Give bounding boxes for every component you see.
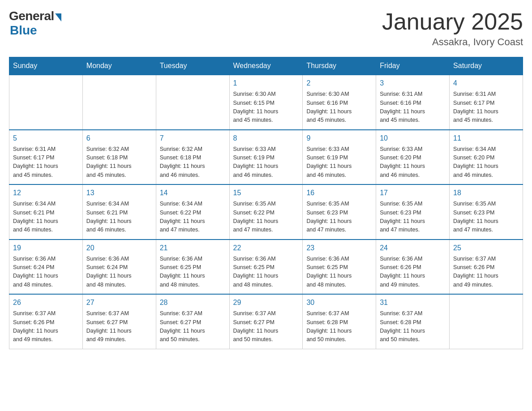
calendar-header-monday: Monday bbox=[82, 57, 156, 75]
calendar-week-row-4: 19Sunrise: 6:36 AMSunset: 6:24 PMDayligh… bbox=[9, 240, 523, 295]
day-number: 4 bbox=[453, 78, 519, 89]
day-number: 21 bbox=[160, 243, 226, 253]
calendar-cell bbox=[82, 75, 156, 130]
day-number: 30 bbox=[306, 297, 372, 308]
day-number: 26 bbox=[13, 297, 79, 308]
day-info: Sunrise: 6:37 AMSunset: 6:26 PMDaylight:… bbox=[13, 309, 79, 344]
day-number: 3 bbox=[380, 78, 446, 89]
calendar-header-thursday: Thursday bbox=[303, 57, 376, 75]
calendar-cell: 30Sunrise: 6:37 AMSunset: 6:28 PMDayligh… bbox=[303, 294, 376, 349]
day-info: Sunrise: 6:37 AMSunset: 6:28 PMDaylight:… bbox=[380, 309, 446, 344]
day-number: 13 bbox=[86, 188, 152, 198]
calendar-cell: 7Sunrise: 6:32 AMSunset: 6:18 PMDaylight… bbox=[156, 130, 229, 185]
day-number: 8 bbox=[233, 133, 299, 144]
calendar-cell: 16Sunrise: 6:35 AMSunset: 6:23 PMDayligh… bbox=[303, 184, 376, 240]
day-number: 29 bbox=[233, 297, 299, 308]
month-title: January 2025 bbox=[382, 9, 523, 34]
page-header: General Blue January 2025 Assakra, Ivory… bbox=[9, 9, 523, 48]
calendar-cell bbox=[9, 75, 83, 130]
day-info: Sunrise: 6:30 AMSunset: 6:16 PMDaylight:… bbox=[306, 90, 372, 125]
calendar-header-tuesday: Tuesday bbox=[156, 57, 229, 75]
calendar-week-row-3: 12Sunrise: 6:34 AMSunset: 6:21 PMDayligh… bbox=[9, 184, 523, 240]
day-info: Sunrise: 6:34 AMSunset: 6:20 PMDaylight:… bbox=[453, 145, 519, 180]
day-info: Sunrise: 6:34 AMSunset: 6:21 PMDaylight:… bbox=[86, 200, 152, 235]
day-number: 10 bbox=[380, 133, 446, 144]
day-info: Sunrise: 6:33 AMSunset: 6:19 PMDaylight:… bbox=[233, 145, 299, 180]
day-number: 24 bbox=[380, 243, 446, 253]
calendar-cell bbox=[156, 75, 229, 130]
day-number: 19 bbox=[13, 243, 79, 253]
calendar-cell: 5Sunrise: 6:31 AMSunset: 6:17 PMDaylight… bbox=[9, 130, 83, 185]
day-info: Sunrise: 6:34 AMSunset: 6:21 PMDaylight:… bbox=[13, 200, 79, 235]
calendar-cell: 3Sunrise: 6:31 AMSunset: 6:16 PMDaylight… bbox=[376, 75, 450, 130]
calendar-cell: 1Sunrise: 6:30 AMSunset: 6:15 PMDaylight… bbox=[229, 75, 303, 130]
day-info: Sunrise: 6:36 AMSunset: 6:24 PMDaylight:… bbox=[86, 255, 152, 290]
calendar-cell: 25Sunrise: 6:37 AMSunset: 6:26 PMDayligh… bbox=[450, 240, 523, 295]
day-info: Sunrise: 6:32 AMSunset: 6:18 PMDaylight:… bbox=[86, 145, 152, 180]
calendar-cell: 9Sunrise: 6:33 AMSunset: 6:19 PMDaylight… bbox=[303, 130, 376, 185]
day-info: Sunrise: 6:36 AMSunset: 6:25 PMDaylight:… bbox=[233, 255, 299, 290]
day-info: Sunrise: 6:37 AMSunset: 6:27 PMDaylight:… bbox=[233, 309, 299, 344]
day-info: Sunrise: 6:37 AMSunset: 6:26 PMDaylight:… bbox=[453, 255, 519, 290]
day-info: Sunrise: 6:36 AMSunset: 6:25 PMDaylight:… bbox=[306, 255, 372, 290]
calendar-cell: 12Sunrise: 6:34 AMSunset: 6:21 PMDayligh… bbox=[9, 184, 83, 240]
calendar-cell: 19Sunrise: 6:36 AMSunset: 6:24 PMDayligh… bbox=[9, 240, 83, 295]
calendar-cell: 23Sunrise: 6:36 AMSunset: 6:25 PMDayligh… bbox=[303, 240, 376, 295]
calendar-cell: 2Sunrise: 6:30 AMSunset: 6:16 PMDaylight… bbox=[303, 75, 376, 130]
calendar-cell: 18Sunrise: 6:35 AMSunset: 6:23 PMDayligh… bbox=[450, 184, 523, 240]
calendar-cell: 27Sunrise: 6:37 AMSunset: 6:27 PMDayligh… bbox=[82, 294, 156, 349]
calendar-header-row: SundayMondayTuesdayWednesdayThursdayFrid… bbox=[9, 57, 523, 75]
calendar-cell: 11Sunrise: 6:34 AMSunset: 6:20 PMDayligh… bbox=[450, 130, 523, 185]
day-info: Sunrise: 6:36 AMSunset: 6:25 PMDaylight:… bbox=[160, 255, 226, 290]
calendar-cell: 8Sunrise: 6:33 AMSunset: 6:19 PMDaylight… bbox=[229, 130, 303, 185]
day-number: 20 bbox=[86, 243, 152, 253]
day-number: 9 bbox=[306, 133, 372, 144]
calendar-cell: 26Sunrise: 6:37 AMSunset: 6:26 PMDayligh… bbox=[9, 294, 83, 349]
day-number: 1 bbox=[233, 78, 299, 89]
calendar-cell: 24Sunrise: 6:36 AMSunset: 6:26 PMDayligh… bbox=[376, 240, 450, 295]
day-number: 7 bbox=[160, 133, 226, 144]
day-number: 31 bbox=[380, 297, 446, 308]
calendar-week-row-1: 1Sunrise: 6:30 AMSunset: 6:15 PMDaylight… bbox=[9, 75, 523, 130]
day-number: 22 bbox=[233, 243, 299, 253]
logo: General Blue bbox=[9, 9, 61, 38]
calendar-header-sunday: Sunday bbox=[9, 57, 83, 75]
calendar-header-saturday: Saturday bbox=[450, 57, 523, 75]
day-info: Sunrise: 6:37 AMSunset: 6:27 PMDaylight:… bbox=[86, 309, 152, 344]
day-info: Sunrise: 6:34 AMSunset: 6:22 PMDaylight:… bbox=[160, 200, 226, 235]
day-number: 15 bbox=[233, 188, 299, 198]
calendar-cell: 29Sunrise: 6:37 AMSunset: 6:27 PMDayligh… bbox=[229, 294, 303, 349]
day-number: 6 bbox=[86, 133, 152, 144]
day-info: Sunrise: 6:35 AMSunset: 6:23 PMDaylight:… bbox=[380, 200, 446, 235]
calendar-table: SundayMondayTuesdayWednesdayThursdayFrid… bbox=[9, 57, 523, 349]
calendar-cell: 21Sunrise: 6:36 AMSunset: 6:25 PMDayligh… bbox=[156, 240, 229, 295]
day-info: Sunrise: 6:37 AMSunset: 6:27 PMDaylight:… bbox=[160, 309, 226, 344]
day-info: Sunrise: 6:30 AMSunset: 6:15 PMDaylight:… bbox=[233, 90, 299, 125]
logo-arrow-icon bbox=[55, 13, 61, 21]
day-number: 12 bbox=[13, 188, 79, 198]
calendar-cell: 20Sunrise: 6:36 AMSunset: 6:24 PMDayligh… bbox=[82, 240, 156, 295]
day-info: Sunrise: 6:35 AMSunset: 6:22 PMDaylight:… bbox=[233, 200, 299, 235]
day-number: 11 bbox=[453, 133, 519, 144]
day-number: 18 bbox=[453, 188, 519, 198]
calendar-cell: 4Sunrise: 6:31 AMSunset: 6:17 PMDaylight… bbox=[450, 75, 523, 130]
day-info: Sunrise: 6:33 AMSunset: 6:19 PMDaylight:… bbox=[306, 145, 372, 180]
calendar-cell: 28Sunrise: 6:37 AMSunset: 6:27 PMDayligh… bbox=[156, 294, 229, 349]
calendar-cell: 6Sunrise: 6:32 AMSunset: 6:18 PMDaylight… bbox=[82, 130, 156, 185]
day-info: Sunrise: 6:33 AMSunset: 6:20 PMDaylight:… bbox=[380, 145, 446, 180]
calendar-header-wednesday: Wednesday bbox=[229, 57, 303, 75]
day-info: Sunrise: 6:31 AMSunset: 6:17 PMDaylight:… bbox=[453, 90, 519, 125]
day-number: 28 bbox=[160, 297, 226, 308]
calendar-cell bbox=[450, 294, 523, 349]
day-number: 2 bbox=[306, 78, 372, 89]
calendar-cell: 22Sunrise: 6:36 AMSunset: 6:25 PMDayligh… bbox=[229, 240, 303, 295]
logo-blue-text: Blue bbox=[10, 23, 37, 38]
day-info: Sunrise: 6:36 AMSunset: 6:26 PMDaylight:… bbox=[380, 255, 446, 290]
calendar-cell: 13Sunrise: 6:34 AMSunset: 6:21 PMDayligh… bbox=[82, 184, 156, 240]
calendar-cell: 14Sunrise: 6:34 AMSunset: 6:22 PMDayligh… bbox=[156, 184, 229, 240]
day-number: 17 bbox=[380, 188, 446, 198]
day-info: Sunrise: 6:31 AMSunset: 6:17 PMDaylight:… bbox=[13, 145, 79, 180]
calendar-cell: 17Sunrise: 6:35 AMSunset: 6:23 PMDayligh… bbox=[376, 184, 450, 240]
calendar-cell: 10Sunrise: 6:33 AMSunset: 6:20 PMDayligh… bbox=[376, 130, 450, 185]
day-number: 27 bbox=[86, 297, 152, 308]
